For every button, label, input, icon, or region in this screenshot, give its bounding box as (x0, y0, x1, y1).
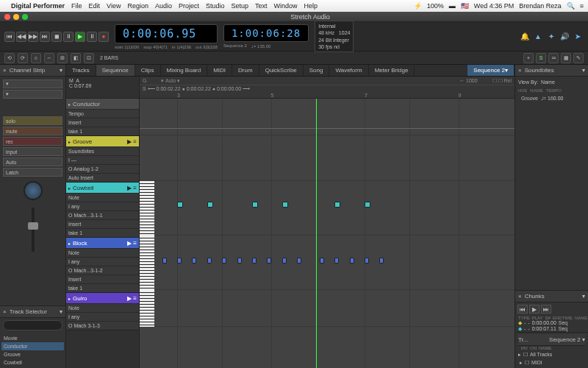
rewind-button[interactable]: ⏮ (4, 32, 15, 42)
zoom-icon[interactable] (22, 14, 28, 20)
tempo-display[interactable]: ♩= 135.00 (251, 43, 271, 49)
grid-tool[interactable]: ▦ (561, 53, 571, 63)
speaker-icon[interactable]: 🔊 (559, 31, 570, 43)
track-selector-item[interactable]: Groove (1, 350, 64, 358)
soundbite-row[interactable]: Groove♩= 160.00 (518, 94, 585, 102)
stop-button[interactable]: ◼ (51, 32, 62, 42)
panel-menu-icon[interactable]: ▾ (582, 293, 585, 300)
menu-text[interactable]: Text (255, 2, 268, 10)
chunk-next-button[interactable]: ⏭ (541, 305, 551, 314)
tab-meterbridge[interactable]: Meter Bridge (369, 65, 415, 76)
menu-file[interactable]: File (71, 2, 82, 10)
tool-6[interactable]: ◧ (71, 53, 81, 63)
midi-clip[interactable] (267, 258, 271, 263)
menu-region[interactable]: Region (127, 2, 148, 10)
midi-clip[interactable] (334, 202, 340, 208)
tab-waveform[interactable]: Waveform (329, 65, 368, 76)
tab-song[interactable]: Song (304, 65, 330, 76)
main-counter[interactable]: 0:00:06.95 (115, 24, 218, 43)
midi-clip[interactable] (177, 202, 183, 208)
close-panel-icon[interactable]: × (518, 67, 522, 74)
track-sub[interactable]: Note (66, 248, 139, 257)
track-sub[interactable]: Insert (66, 118, 139, 127)
menu-project[interactable]: Project (179, 2, 199, 10)
tab-midi[interactable]: MIDI (207, 65, 232, 76)
tool-1[interactable]: ⟲ (4, 53, 15, 63)
rec-enable-button[interactable]: rec (3, 137, 62, 146)
menu-setup[interactable]: Setup (232, 2, 249, 10)
chunk-play-button[interactable]: ▶ (529, 305, 539, 314)
solo-button[interactable]: solo (3, 116, 62, 125)
s-tool[interactable]: S (536, 53, 546, 63)
midi-clip[interactable] (237, 258, 242, 263)
menu-studio[interactable]: Studio (206, 2, 225, 10)
midi-clip[interactable] (282, 202, 288, 208)
track-sub[interactable]: take 1 (66, 228, 139, 237)
track-sub[interactable]: Note (66, 303, 139, 312)
auto-button[interactable]: Auto (3, 158, 62, 166)
menu-edit[interactable]: Edit (89, 2, 101, 10)
spotlight-icon[interactable]: 🔍 (567, 2, 575, 10)
app-name[interactable]: Digital Performer (11, 2, 65, 10)
track-header-block[interactable]: ▸Block▶ ≡ (66, 238, 139, 248)
menu-view[interactable]: View (107, 2, 121, 10)
menubar-user[interactable]: Brendan Reza (519, 2, 562, 10)
wifi-icon[interactable]: ⚡ (414, 2, 422, 10)
midi-clip[interactable] (365, 258, 369, 263)
zoom-value[interactable]: ↔ 1000 (459, 78, 478, 83)
fwd-button[interactable]: ▶▶ (28, 32, 38, 42)
track-sub[interactable]: I any (66, 257, 139, 266)
track-sub[interactable]: O Analog 1-2 (66, 164, 139, 173)
flag-icon[interactable]: 🇺🇸 (461, 2, 469, 10)
close-icon[interactable] (4, 14, 10, 20)
midi-clip[interactable] (222, 258, 226, 263)
mute-button[interactable]: mute (3, 127, 62, 135)
track-sub[interactable]: I — (66, 155, 139, 164)
midi-clip[interactable] (192, 258, 196, 263)
latch-button[interactable]: Latch (3, 168, 62, 177)
click-icon[interactable]: ✦ (545, 31, 557, 43)
auto-mode[interactable]: ▾ Auto ▾ (161, 78, 180, 84)
volume-fader[interactable] (32, 208, 35, 252)
midi-clip[interactable] (320, 258, 324, 263)
wait-button[interactable]: ⏸ (87, 32, 97, 42)
sequence-selector[interactable]: Sequence 2 ▾ (467, 65, 514, 76)
track-sub[interactable]: Note (66, 193, 139, 202)
track-sub[interactable]: take 1 (66, 283, 139, 292)
track-selector-item[interactable]: Movie (1, 334, 64, 342)
pan-knob[interactable] (24, 181, 43, 200)
channel-slot-1[interactable]: ▾ (3, 79, 62, 88)
play-button[interactable]: ▶ (75, 32, 85, 42)
minimize-icon[interactable] (13, 14, 19, 20)
viewby-select[interactable]: Name (541, 79, 555, 85)
track-sub[interactable]: Auto Insert (66, 173, 139, 182)
tab-tracks[interactable]: Tracks (66, 65, 96, 76)
panel-menu-icon[interactable]: ▾ (60, 308, 62, 315)
pause-button[interactable]: ⏸ (63, 32, 74, 42)
track-selector-item[interactable]: Cowbell (1, 358, 64, 367)
bell-icon[interactable]: 🔔 (519, 31, 531, 43)
midi-clip[interactable] (297, 258, 301, 263)
end-button[interactable]: ⏭ (40, 32, 50, 42)
midi-clip[interactable] (162, 258, 167, 263)
track-sub[interactable]: Tempo (66, 109, 139, 118)
midi-clip[interactable] (350, 258, 354, 263)
track-sub[interactable]: O Mach...3-1-1 (66, 210, 139, 219)
midi-clip[interactable] (379, 258, 384, 263)
tool-7[interactable]: ⊡ (84, 53, 94, 63)
track-header-groove[interactable]: ▸Groove▶ ≡ (66, 136, 139, 146)
seq-name[interactable]: Sequence 2 (223, 43, 247, 49)
track-sub[interactable]: I any (66, 312, 139, 321)
tree-item[interactable]: ▸☐MIDI (518, 358, 585, 367)
back-button[interactable]: ◀◀ (16, 32, 26, 42)
rel-toggle[interactable]: ☐ ☐ Rel (492, 78, 512, 84)
menu-audio[interactable]: Audio (155, 2, 172, 10)
tool-3[interactable]: ⎌ (31, 53, 41, 63)
track-sub[interactable]: O Mach 3-1-3 (66, 321, 139, 330)
close-panel-icon[interactable]: × (3, 67, 7, 74)
tab-quickscribe[interactable]: QuickScribe (259, 65, 304, 76)
close-panel-icon[interactable]: × (3, 308, 7, 315)
chunk-row[interactable]: ◆--0:00:07.11Seq (515, 326, 588, 332)
track-header-conductor[interactable]: ▸Conductor (66, 99, 139, 109)
panel-menu-icon[interactable]: ▾ (582, 67, 585, 74)
